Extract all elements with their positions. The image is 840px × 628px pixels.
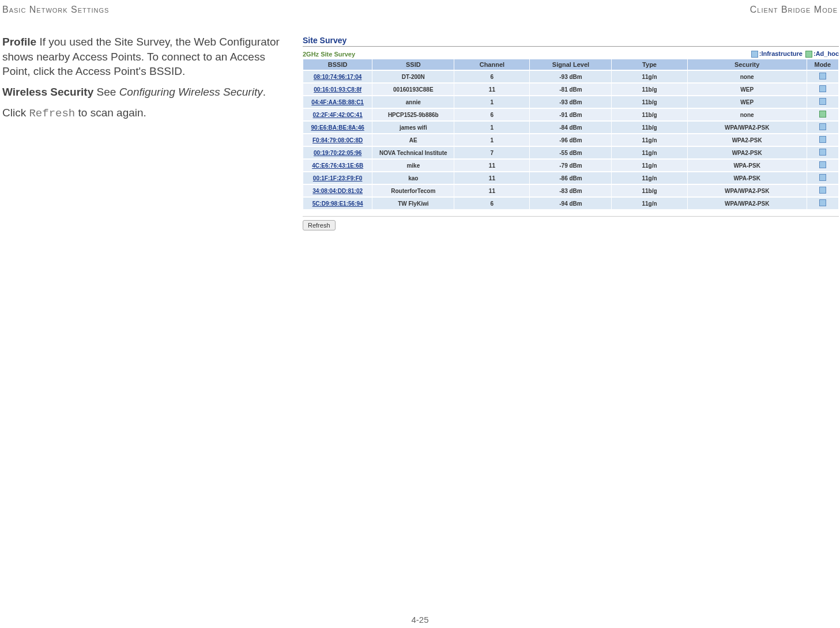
type-cell: 11b/g (612, 109, 687, 120)
col-signal: Signal Level (530, 59, 611, 70)
mode-cell (807, 109, 838, 120)
security-cell: WPA/WPA2-PSK (688, 122, 807, 133)
channel-cell: 6 (454, 109, 529, 120)
signal-cell: -83 dBm (530, 185, 611, 196)
security-cell: none (688, 109, 807, 120)
channel-cell: 11 (454, 172, 529, 184)
security-cell: WPA2-PSK (688, 134, 807, 146)
wsec-link-text: Configuring Wireless Security (119, 86, 263, 98)
channel-cell: 6 (454, 198, 529, 209)
bssid-link[interactable]: 4C:E6:76:43:1E:6B (303, 160, 372, 171)
ssid-cell: james wifi (372, 122, 454, 133)
table-row: 04:4F:AA:5B:88:C1annie1-93 dBm11b/gWEP (303, 96, 838, 108)
adhoc-icon (805, 51, 812, 58)
channel-cell: 1 (454, 96, 529, 108)
mode-cell (807, 71, 838, 82)
wireless-security-label: Wireless Security (2, 86, 93, 98)
ssid-cell: HPCP1525-9b886b (372, 109, 454, 120)
bssid-link[interactable]: 08:10:74:96:17:04 (303, 71, 372, 82)
infrastructure-icon (751, 51, 758, 58)
ssid-cell: NOVA Technical Institute (372, 147, 454, 158)
table-row: 02:2F:4F:42:0C:41HPCP1525-9b886b6-91 dBm… (303, 109, 838, 120)
col-mode: Mode (807, 59, 838, 70)
infrastructure-icon (819, 98, 826, 105)
running-header-right: Client Bridge Mode (750, 5, 838, 15)
type-cell: 11g/n (612, 71, 687, 82)
table-row: 00:19:70:22:05:96NOVA Technical Institut… (303, 147, 838, 158)
type-cell: 11g/n (612, 160, 687, 171)
security-cell: WPA-PSK (688, 172, 807, 184)
ssid-cell: RouterforTecom (372, 185, 454, 196)
bssid-link[interactable]: 90:E6:BA:BE:8A:46 (303, 122, 372, 133)
mode-cell (807, 134, 838, 146)
mode-cell (807, 160, 838, 171)
ssid-cell: 00160193C88E (372, 84, 454, 95)
type-cell: 11b/g (612, 185, 687, 196)
security-cell: WPA2-PSK (688, 147, 807, 158)
mode-cell (807, 172, 838, 184)
bssid-link[interactable]: 00:16:01:93:C8:8f (303, 84, 372, 95)
col-ssid: SSID (372, 59, 454, 70)
refresh-row: Refresh (303, 216, 839, 230)
profile-label: Profile (2, 36, 36, 48)
security-cell: WPA/WPA2-PSK (688, 198, 807, 209)
ssid-cell: mike (372, 160, 454, 171)
mode-cell (807, 84, 838, 95)
signal-cell: -94 dBm (530, 198, 611, 209)
site-survey-table: BSSID SSID Channel Signal Level Type Sec… (303, 58, 839, 210)
refresh-button[interactable]: Refresh (303, 220, 336, 230)
mode-cell (807, 122, 838, 133)
wsec-period: . (263, 86, 266, 98)
bssid-link[interactable]: 00:19:70:22:05:96 (303, 147, 372, 158)
infrastructure-icon (819, 199, 826, 206)
bssid-link[interactable]: F0:84:79:08:0C:8D (303, 134, 372, 146)
wsec-see: See (93, 86, 119, 98)
type-cell: 11g/n (612, 172, 687, 184)
security-cell: WPA/WPA2-PSK (688, 185, 807, 196)
wireless-security-paragraph: Wireless Security See Configuring Wirele… (2, 85, 285, 100)
bssid-link[interactable]: 5C:D9:98:E1:56:94 (303, 198, 372, 209)
col-channel: Channel (454, 59, 529, 70)
refresh-paragraph: Click Refresh to scan again. (2, 105, 285, 122)
instruction-column: Profile If you used the Site Survey, the… (2, 35, 285, 127)
table-row: 4C:E6:76:43:1E:6Bmike11-79 dBm11g/nWPA-P… (303, 160, 838, 171)
channel-cell: 6 (454, 71, 529, 82)
channel-cell: 11 (454, 160, 529, 171)
bssid-link[interactable]: 04:4F:AA:5B:88:C1 (303, 96, 372, 108)
refresh-mono: Refresh (29, 107, 75, 120)
type-cell: 11b/g (612, 96, 687, 108)
infrastructure-icon (819, 73, 826, 80)
table-header-row: BSSID SSID Channel Signal Level Type Sec… (303, 59, 838, 70)
bssid-link[interactable]: 02:2F:4F:42:0C:41 (303, 109, 372, 120)
scan-again: to scan again. (75, 107, 146, 119)
security-cell: none (688, 71, 807, 82)
channel-cell: 11 (454, 185, 529, 196)
bssid-link[interactable]: 00:1F:1F:23:F9:F0 (303, 172, 372, 184)
signal-cell: -79 dBm (530, 160, 611, 171)
infrastructure-icon (819, 136, 826, 143)
table-row: F0:84:79:08:0C:8DAE1-96 dBm11g/nWPA2-PSK (303, 134, 838, 146)
table-row: 08:10:74:96:17:04DT-200N6-93 dBm11g/nnon… (303, 71, 838, 82)
ssid-cell: annie (372, 96, 454, 108)
survey-band-label: 2GHz Site Survey (303, 51, 355, 58)
table-row: 90:E6:BA:BE:8A:46james wifi1-84 dBm11b/g… (303, 122, 838, 133)
col-type: Type (612, 59, 687, 70)
click-word: Click (2, 107, 29, 119)
signal-cell: -86 dBm (530, 172, 611, 184)
infrastructure-icon (819, 149, 826, 156)
legend-infra-text: :Infrastructure (759, 50, 803, 57)
security-cell: WPA-PSK (688, 160, 807, 171)
ssid-cell: AE (372, 134, 454, 146)
signal-cell: -91 dBm (530, 109, 611, 120)
signal-cell: -84 dBm (530, 122, 611, 133)
mode-cell (807, 198, 838, 209)
table-row: 34:08:04:DD:81:02RouterforTecom11-83 dBm… (303, 185, 838, 196)
ssid-cell: DT-200N (372, 71, 454, 82)
channel-cell: 1 (454, 122, 529, 133)
bssid-link[interactable]: 34:08:04:DD:81:02 (303, 185, 372, 196)
col-security: Security (688, 59, 807, 70)
type-cell: 11b/g (612, 122, 687, 133)
mode-cell (807, 147, 838, 158)
ssid-cell: kao (372, 172, 454, 184)
profile-paragraph: Profile If you used the Site Survey, the… (2, 35, 285, 79)
